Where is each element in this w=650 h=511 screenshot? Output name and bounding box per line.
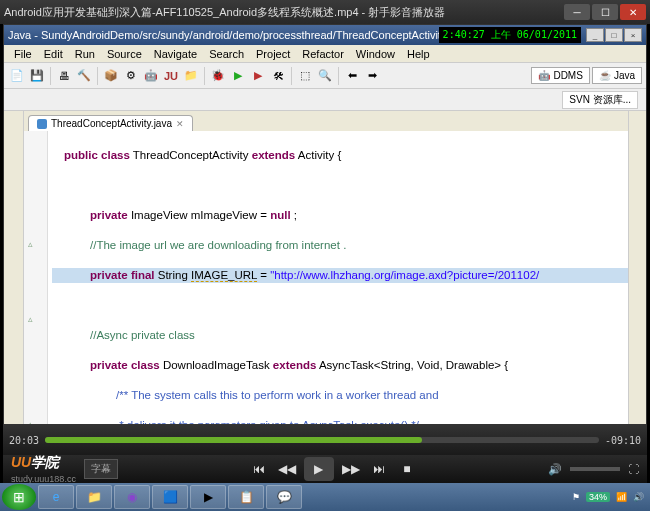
build-icon[interactable]: 🔨 — [75, 67, 93, 85]
tray-sound-icon[interactable]: 🔊 — [633, 492, 644, 502]
stop-icon[interactable]: ■ — [396, 458, 418, 480]
taskbar-player-icon[interactable]: ▶ — [190, 485, 226, 509]
menu-refactor[interactable]: Refactor — [296, 48, 350, 60]
maximize-button[interactable]: ☐ — [592, 4, 618, 20]
java-file-icon — [37, 119, 47, 129]
taskbar-eclipse-icon[interactable]: ◉ — [114, 485, 150, 509]
menu-edit[interactable]: Edit — [38, 48, 69, 60]
menu-run[interactable]: Run — [69, 48, 101, 60]
tab-label: ThreadConceptActivity.java — [51, 118, 172, 129]
battery-indicator[interactable]: 34% — [586, 492, 610, 502]
windows-taskbar: ⊞ e 📁 ◉ 🟦 ▶ 📋 💬 ⚑ 34% 📶 🔊 — [0, 483, 650, 511]
folder-icon[interactable]: 📁 — [182, 67, 200, 85]
code-gutter: ▵ ▵ ▵ — [24, 131, 48, 424]
taskbar-app3-icon[interactable]: 💬 — [266, 485, 302, 509]
taskbar-app-icon[interactable]: 🟦 — [152, 485, 188, 509]
eclipse-body: ThreadConceptActivity.java ✕ ▵ ▵ ▵ publi… — [4, 111, 646, 424]
print-icon[interactable]: 🖶 — [55, 67, 73, 85]
menu-navigate[interactable]: Navigate — [148, 48, 203, 60]
next-track-icon[interactable]: ⏭ — [368, 458, 390, 480]
separator — [97, 67, 98, 85]
forward-icon[interactable]: ▶▶ — [340, 458, 362, 480]
run-external-icon[interactable]: ▶ — [249, 67, 267, 85]
back-icon[interactable]: ⬅ — [343, 67, 361, 85]
override-marker-icon: ▵ — [28, 239, 40, 249]
perspective-ddms[interactable]: 🤖DDMS — [531, 67, 589, 84]
start-button[interactable]: ⊞ — [2, 484, 36, 510]
menu-source[interactable]: Source — [101, 48, 148, 60]
fullscreen-icon[interactable]: ⛶ — [628, 463, 639, 475]
video-controls: UU学院 study.uuu188.cc 字幕 ⏮ ◀◀ ▶ ▶▶ ⏭ ■ 🔊 … — [3, 455, 647, 483]
junit-icon[interactable]: JU — [162, 67, 180, 85]
tools-icon[interactable]: 🛠 — [269, 67, 287, 85]
editor-tabs: ThreadConceptActivity.java ✕ — [24, 111, 628, 131]
progress-track[interactable] — [45, 437, 599, 443]
subtitle-button[interactable]: 字幕 — [84, 459, 118, 479]
separator — [204, 67, 205, 85]
system-tray: ⚑ 34% 📶 🔊 — [572, 492, 648, 502]
tray-network-icon[interactable]: 📶 — [616, 492, 627, 502]
taskbar-explorer-icon[interactable]: 📁 — [76, 485, 112, 509]
progress-fill — [45, 437, 422, 443]
eclipse-left-trim — [4, 111, 24, 424]
minimize-button[interactable]: ─ — [564, 4, 590, 20]
eclipse-minimize-button[interactable]: _ — [586, 28, 604, 42]
editor-tab-active[interactable]: ThreadConceptActivity.java ✕ — [28, 115, 193, 131]
prev-track-icon[interactable]: ⏮ — [248, 458, 270, 480]
separator — [50, 67, 51, 85]
video-progress-bar: 20:03 -09:10 — [3, 425, 647, 455]
code-editor[interactable]: ▵ ▵ ▵ public class ThreadConceptActivity… — [24, 131, 628, 424]
eclipse-window: Java - SundyAndroidDemo/src/sundy/androi… — [3, 24, 647, 425]
play-button[interactable]: ▶ — [304, 457, 334, 481]
volume-icon[interactable]: 🔊 — [548, 463, 562, 476]
editor-area: ThreadConceptActivity.java ✕ ▵ ▵ ▵ publi… — [24, 111, 628, 424]
menu-help[interactable]: Help — [401, 48, 436, 60]
search-icon[interactable]: 🔍 — [316, 67, 334, 85]
menu-project[interactable]: Project — [250, 48, 296, 60]
playback-controls: ⏮ ◀◀ ▶ ▶▶ ⏭ ■ — [248, 457, 418, 481]
tray-flag-icon[interactable]: ⚑ — [572, 492, 580, 502]
eclipse-toolbar: 📄 💾 🖶 🔨 📦 ⚙ 🤖 JU 📁 🐞 ▶ ▶ 🛠 ⬚ 🔍 ⬅ ➡ 🤖DDMS… — [4, 63, 646, 89]
taskbar-app2-icon[interactable]: 📋 — [228, 485, 264, 509]
package-icon[interactable]: 📦 — [102, 67, 120, 85]
close-button[interactable]: ✕ — [620, 4, 646, 20]
android-icon[interactable]: 🤖 — [142, 67, 160, 85]
eclipse-menubar: File Edit Run Source Navigate Search Pro… — [4, 45, 646, 63]
eclipse-titlebar: Java - SundyAndroidDemo/src/sundy/androi… — [4, 25, 646, 45]
perspective-java[interactable]: ☕Java — [592, 67, 642, 84]
tab-close-icon[interactable]: ✕ — [176, 119, 184, 129]
java-icon: ☕ — [599, 70, 611, 81]
volume-slider[interactable] — [570, 467, 620, 471]
separator — [338, 67, 339, 85]
menu-window[interactable]: Window — [350, 48, 401, 60]
menu-search[interactable]: Search — [203, 48, 250, 60]
code-content: public class ThreadConceptActivity exten… — [52, 133, 628, 424]
time-elapsed: 20:03 — [9, 435, 39, 446]
eclipse-maximize-button[interactable]: □ — [605, 28, 623, 42]
run-icon[interactable]: ▶ — [229, 67, 247, 85]
eclipse-toolbar-row2: SVN 资源库... — [4, 89, 646, 111]
video-title: Android应用开发基础到深入篇-AFF110525_Android多线程系统… — [4, 5, 562, 20]
svn-repo-button[interactable]: SVN 资源库... — [562, 91, 638, 109]
menu-file[interactable]: File — [8, 48, 38, 60]
video-player-titlebar: Android应用开发基础到深入篇-AFF110525_Android多线程系统… — [0, 0, 650, 24]
override-marker-icon: ▵ — [28, 314, 40, 324]
forward-icon[interactable]: ➡ — [363, 67, 381, 85]
rewind-icon[interactable]: ◀◀ — [276, 458, 298, 480]
taskbar-ie-icon[interactable]: e — [38, 485, 74, 509]
eclipse-right-trim — [628, 111, 646, 424]
save-icon[interactable]: 💾 — [28, 67, 46, 85]
perspective-switcher: 🤖DDMS ☕Java — [531, 67, 642, 84]
ddms-icon: 🤖 — [538, 70, 550, 81]
clock-overlay: 2:40:27 上午 06/01/2011 — [439, 27, 581, 43]
new-icon[interactable]: 📄 — [8, 67, 26, 85]
separator — [291, 67, 292, 85]
override-marker-icon: ▵ — [28, 419, 40, 424]
player-logo: UU学院 study.uuu188.cc — [11, 454, 76, 484]
time-remaining: -09:10 — [605, 435, 641, 446]
debug-icon[interactable]: 🐞 — [209, 67, 227, 85]
eclipse-title-text: Java - SundyAndroidDemo/src/sundy/androi… — [8, 29, 439, 41]
nav-icon[interactable]: ⬚ — [296, 67, 314, 85]
eclipse-close-button[interactable]: × — [624, 28, 642, 42]
gear-icon[interactable]: ⚙ — [122, 67, 140, 85]
